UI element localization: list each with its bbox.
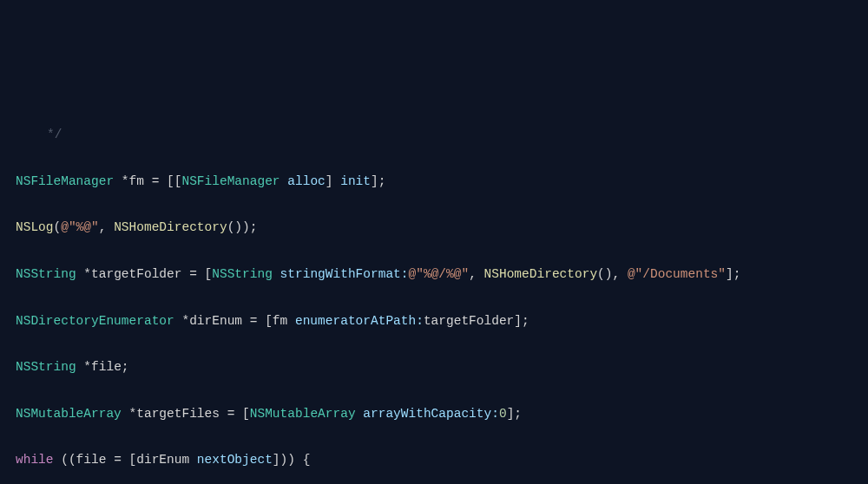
code-line: NSString *file; bbox=[16, 356, 868, 379]
code-line: NSString *targetFolder = [NSString strin… bbox=[16, 263, 868, 286]
code-line: NSMutableArray *targetFiles = [NSMutable… bbox=[16, 402, 868, 426]
code-line: NSDirectoryEnumerator *dirEnum = [fm enu… bbox=[16, 310, 868, 333]
code-line: NSLog(@"%@", NSHomeDirectory()); bbox=[16, 216, 868, 239]
code-editor[interactable]: */ NSFileManager *fm = [[NSFileManager a… bbox=[16, 100, 868, 484]
code-line: */ bbox=[16, 123, 868, 147]
code-line: NSFileManager *fm = [[NSFileManager allo… bbox=[16, 170, 868, 193]
code-line: while ((file = [dirEnum nextObject])) { bbox=[16, 448, 868, 472]
